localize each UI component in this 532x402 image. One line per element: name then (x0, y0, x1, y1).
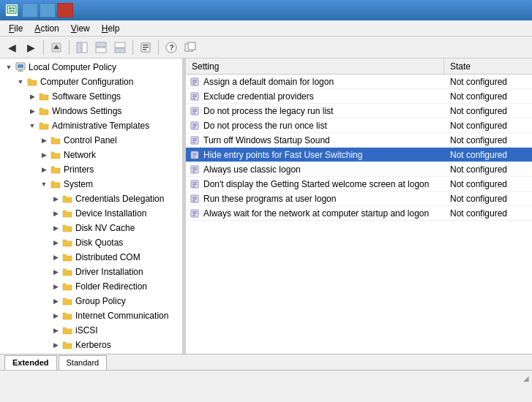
toolbar-sep-3 (132, 40, 133, 55)
tree-item-distributed-com[interactable]: ▶Distributed COM (0, 250, 182, 265)
tree-label-group-policy: Group Policy (75, 296, 126, 306)
tree-item-system[interactable]: ▼System (0, 177, 182, 191)
table-row[interactable]: Do not process the run once listNot conf… (186, 118, 532, 133)
lower-pane-button[interactable] (111, 39, 129, 56)
table-row[interactable]: Turn off Windows Startup SoundNot config… (186, 133, 532, 148)
tab-standard[interactable]: Standard (59, 355, 108, 370)
row-setting-text-7: Always use classic logon (203, 164, 301, 175)
tree-item-credentials-delegation[interactable]: ▶Credentials Delegation (0, 191, 182, 206)
right-pane: Setting State Assign a default domain fo… (186, 58, 532, 354)
tree-toggle-credentials-delegation[interactable]: ▶ (50, 195, 61, 202)
tree-toggle-windows-settings[interactable]: ▶ (26, 107, 38, 115)
up-button[interactable] (48, 39, 65, 56)
tree-item-folder-redirection[interactable]: ▶Folder Redirection (0, 279, 182, 294)
help-toolbar-button[interactable]: ? (162, 39, 180, 56)
tree-item-disk-nv-cache[interactable]: ▶Disk NV Cache (0, 221, 182, 235)
tree-label-computer-configuration: Computer Configuration (40, 77, 133, 87)
menu-action[interactable]: Action (29, 20, 64, 36)
table-row[interactable]: Don't display the Getting Started welcom… (186, 177, 532, 191)
tab-extended[interactable]: Extended (4, 355, 57, 370)
tree-item-local-computer-policy[interactable]: ▼Local Computer Policy (0, 60, 182, 75)
toolbar: ◀ ▶ (0, 37, 532, 58)
svg-rect-31 (192, 98, 195, 99)
tree-icon-local-computer-policy (15, 61, 26, 73)
tree-item-group-policy[interactable]: ▶Group Policy (0, 294, 182, 308)
bottom-tabs: Extended Standard (0, 354, 532, 370)
tree-toggle-software-settings[interactable]: ▶ (26, 93, 38, 100)
tree-icon-network (50, 149, 61, 161)
back-button[interactable]: ◀ (3, 39, 20, 56)
tree-toggle-iscsi[interactable]: ▶ (50, 327, 61, 334)
tree-toggle-group-policy[interactable]: ▶ (50, 297, 61, 305)
tree-icon-group-policy (61, 295, 73, 307)
tree-toggle-internet-communication[interactable]: ▶ (50, 312, 61, 319)
table-row[interactable]: Exclude credential providersNot configur… (186, 89, 532, 104)
new-window-button[interactable] (181, 39, 199, 56)
tree-item-network[interactable]: ▶Network (0, 148, 182, 162)
tree-item-internet-communication[interactable]: ▶Internet Communication (0, 308, 182, 323)
window-controls (22, 3, 73, 18)
tree-item-computer-configuration[interactable]: ▼Computer Configuration (0, 75, 182, 89)
tree-toggle-device-installation[interactable]: ▶ (50, 210, 61, 217)
menu-file[interactable]: File (3, 20, 29, 36)
table-row[interactable]: Always use classic logonNot configured (186, 162, 532, 177)
tree-item-software-settings[interactable]: ▶Software Settings (0, 89, 182, 104)
tree-item-locale-services[interactable]: ▶Locale Services (0, 352, 182, 354)
svg-rect-27 (192, 83, 195, 85)
tree-toggle-folder-redirection[interactable]: ▶ (50, 283, 61, 290)
menu-help[interactable]: Help (96, 20, 126, 36)
tree-toggle-printers[interactable]: ▶ (38, 166, 50, 173)
tree-label-driver-installation: Driver Installation (75, 267, 143, 277)
tree-item-administrative-templates[interactable]: ▼Administrative Templates (0, 118, 182, 133)
tree-item-iscsi[interactable]: ▶iSCSI (0, 323, 182, 338)
svg-rect-7 (82, 42, 87, 53)
tree-item-disk-quotas[interactable]: ▶Disk Quotas (0, 235, 182, 250)
table-row[interactable]: Assign a default domain for logonNot con… (186, 75, 532, 89)
menu-bar: File Action View Help (0, 20, 532, 37)
svg-rect-1 (9, 7, 12, 10)
tree-toggle-system[interactable]: ▼ (38, 181, 50, 188)
row-icon-8 (189, 178, 201, 190)
tree-toggle-disk-nv-cache[interactable]: ▶ (50, 224, 61, 232)
minimize-button[interactable] (22, 3, 38, 18)
row-setting-9: Run these programs at user logon (186, 193, 444, 205)
table-row[interactable]: Run these programs at user logonNot conf… (186, 191, 532, 206)
table-row[interactable]: Do not process the legacy run listNot co… (186, 104, 532, 118)
maximize-button[interactable] (40, 3, 56, 18)
table-row[interactable]: Hide entry points for Fast User Switchin… (186, 148, 532, 162)
properties-button[interactable] (137, 39, 154, 56)
svg-rect-50 (192, 169, 197, 170)
toolbar-sep-2 (69, 40, 70, 55)
svg-rect-13 (143, 45, 149, 46)
tree-toggle-distributed-com[interactable]: ▶ (50, 254, 61, 261)
svg-rect-62 (192, 213, 197, 214)
tree-toggle-local-computer-policy[interactable]: ▼ (3, 64, 15, 71)
svg-rect-21 (18, 64, 23, 68)
tree-item-kerberos[interactable]: ▶Kerberos (0, 338, 182, 352)
tree-icon-kerberos (61, 339, 73, 351)
tree-item-driver-installation[interactable]: ▶Driver Installation (0, 265, 182, 279)
tree-toggle-computer-configuration[interactable]: ▼ (15, 78, 26, 86)
menu-view[interactable]: View (65, 20, 96, 36)
tree-item-windows-settings[interactable]: ▶Windows Settings (0, 104, 182, 118)
svg-rect-25 (192, 80, 197, 81)
tree-toggle-driver-installation[interactable]: ▶ (50, 268, 61, 276)
svg-rect-63 (192, 215, 195, 216)
table-row[interactable]: Always wait for the network at computer … (186, 206, 532, 221)
upper-pane-button[interactable] (92, 39, 110, 56)
tree-item-control-panel[interactable]: ▶Control Panel (0, 133, 182, 148)
row-icon-3 (189, 105, 201, 117)
tree-toggle-network[interactable]: ▶ (38, 151, 50, 159)
status-grip: ◢ (523, 374, 529, 382)
tree-item-printers[interactable]: ▶Printers (0, 162, 182, 177)
forward-button[interactable]: ▶ (22, 39, 40, 56)
tree-toggle-control-panel[interactable]: ▶ (38, 137, 50, 144)
tree-toggle-disk-quotas[interactable]: ▶ (50, 239, 61, 246)
tree-toggle-kerberos[interactable]: ▶ (50, 341, 61, 349)
tree-toggle-administrative-templates[interactable]: ▼ (26, 122, 38, 129)
show-hide-tree-button[interactable] (73, 39, 91, 56)
tree-label-windows-settings: Windows Settings (52, 106, 121, 116)
tree-icon-internet-communication (61, 310, 73, 322)
tree-item-device-installation[interactable]: ▶Device Installation (0, 206, 182, 221)
close-button[interactable] (57, 3, 73, 18)
